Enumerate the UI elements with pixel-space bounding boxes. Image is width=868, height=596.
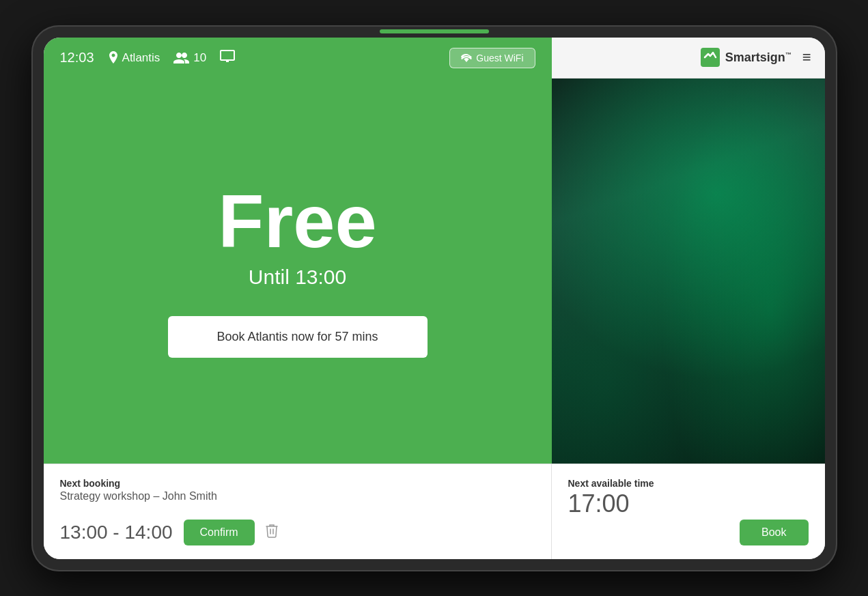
monitor-icon <box>220 50 235 66</box>
location-icon <box>108 51 119 65</box>
capacity-count: 10 <box>193 51 206 65</box>
confirm-button[interactable]: Confirm <box>184 520 255 545</box>
aurora-background <box>552 79 825 464</box>
booking-time-row: 13:00 - 14:00 Confirm <box>60 520 535 545</box>
smartsign-logo-icon <box>701 48 720 67</box>
capacity-info: 10 <box>173 51 206 65</box>
book-button[interactable]: Book <box>740 520 808 545</box>
top-bar-left: 12:03 Atlantis 10 <box>44 38 552 79</box>
top-bar: 12:03 Atlantis 10 <box>44 38 825 79</box>
people-icon <box>173 53 190 63</box>
smartsign-text: Smartsign™ <box>725 51 792 65</box>
tablet-screen: 12:03 Atlantis 10 <box>44 38 825 559</box>
wifi-icon <box>461 54 472 62</box>
main-content: Free Until 13:00 Book Atlantis now for 5… <box>44 79 825 464</box>
available-time: 17:00 <box>568 489 809 518</box>
smartsign-logo: Smartsign™ <box>701 48 792 67</box>
delete-icon[interactable] <box>266 523 278 541</box>
main-right-panel <box>552 79 825 464</box>
bottom-bar: Next booking Strategy workshop – John Sm… <box>44 464 825 559</box>
tablet-device: 12:03 Atlantis 10 <box>31 25 837 571</box>
book-now-button[interactable]: Book Atlantis now for 57 mins <box>168 316 428 358</box>
menu-icon[interactable]: ≡ <box>802 48 811 66</box>
location-name: Atlantis <box>122 51 160 65</box>
wifi-label: Guest WiFi <box>476 53 523 63</box>
bottom-left-panel: Next booking Strategy workshop – John Sm… <box>44 464 552 559</box>
until-time: Until 13:00 <box>249 266 346 289</box>
svg-rect-0 <box>701 48 720 67</box>
booking-time: 13:00 - 14:00 <box>60 522 173 543</box>
top-bar-right: Smartsign™ ≡ <box>552 38 825 79</box>
next-booking-label: Next booking <box>60 478 535 489</box>
next-available-label: Next available time <box>568 478 809 489</box>
room-status: Free <box>218 184 376 259</box>
main-left-panel: Free Until 13:00 Book Atlantis now for 5… <box>44 79 552 464</box>
wifi-button[interactable]: Guest WiFi <box>449 48 535 68</box>
tablet-top-indicator <box>380 29 489 33</box>
bottom-right-panel: Next available time 17:00 Book <box>552 464 825 559</box>
location-info: Atlantis <box>108 51 160 65</box>
current-time: 12:03 <box>60 50 94 66</box>
booking-title: Strategy workshop – John Smith <box>60 490 535 502</box>
